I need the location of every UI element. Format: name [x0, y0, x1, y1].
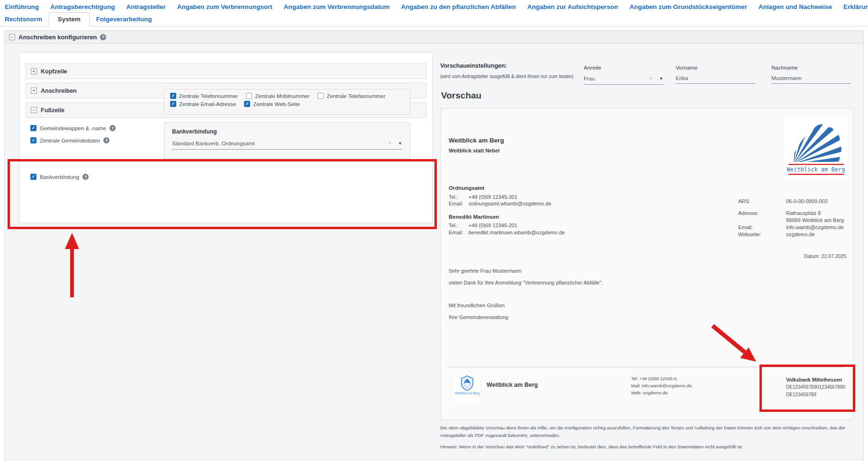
help-icon[interactable]: [109, 125, 116, 131]
ars-label: ARS:: [738, 198, 786, 205]
tab-einfuehrung[interactable]: Einführung: [5, 3, 39, 10]
nachname-label: Nachname: [771, 65, 851, 71]
bank-bic: DE123456789: [786, 391, 845, 399]
help-icon[interactable]: [100, 34, 106, 40]
info-email-label: Email:: [738, 224, 786, 231]
tab-row-2: Rechtsnorm System Folgeverarbeitung: [0, 12, 868, 27]
undefined-hint: Hinweis: Wenn in der Vorschau das Wort "…: [440, 443, 850, 451]
adresse-line1: Rathausplatz 8: [786, 210, 821, 217]
preview-disclaimer: Die oben abgebildete Vorschau dient Ihne…: [440, 424, 850, 439]
tab-system-active[interactable]: System: [49, 12, 90, 27]
adresse-label: Adresse:: [738, 210, 786, 217]
expand-icon[interactable]: [31, 68, 37, 74]
telefaxnummer-label: Zentrale Telefaxnummer: [326, 93, 385, 99]
vorname-input[interactable]: Erika: [676, 75, 755, 84]
person-tel: +49 (0)69 12345-201: [469, 222, 517, 229]
tab-bar: Einführung Antragsberechtigung Antragste…: [0, 0, 868, 27]
anrede-label: Anrede: [584, 65, 663, 71]
footer-logo-caption: Weitblick am Berg: [455, 392, 479, 395]
option-gemeindedaten: Zentrale Gemeindedaten: [30, 137, 109, 143]
footer-web: Web: ozgdemo.de: [631, 389, 693, 396]
letter-gemeinde-name: Weitblick am Berg: [449, 137, 504, 144]
nachname-input[interactable]: Mustermann: [771, 75, 851, 84]
tab-anlagen-nachweise[interactable]: Anlagen und Nachweise: [759, 3, 832, 10]
panel-title: Anschreiben konfigurieren: [18, 34, 97, 41]
webseite-value: ozgdemo.de: [786, 231, 815, 238]
email-label: Email:: [449, 200, 469, 207]
tab-folgeverarbeitung[interactable]: Folgeverarbeitung: [96, 16, 152, 23]
tab-antragsberechtigung[interactable]: Antragsberechtigung: [50, 3, 115, 10]
email-adresse-checkbox[interactable]: [170, 101, 176, 107]
tab-aufsichtsperson[interactable]: Angaben zur Aufsichtsperson: [527, 3, 618, 10]
web-seite-checkbox[interactable]: [244, 101, 250, 107]
accordion-anschreiben-label: Anschreiben: [41, 88, 77, 94]
anrede-field: Anrede Frau × ▼: [584, 65, 663, 85]
letter-contact-block: Ordnungsamt Tel.: +49 (0)69 12345-301 Em…: [449, 185, 565, 236]
chevron-down-icon[interactable]: ▼: [398, 141, 402, 146]
vorname-value: Erika: [676, 75, 755, 81]
tab-row-1: Einführung Antragsberechtigung Antragste…: [0, 0, 868, 12]
email-label: Email:: [449, 229, 469, 236]
letter-greeting: Sehr geehrte Frau Mustermann: [449, 268, 521, 274]
accordion-kopfzeile[interactable]: Kopfzeile: [26, 63, 426, 79]
preview-settings-subtitle: (wird vom Antragsteller ausgefüllt & die…: [440, 74, 573, 79]
panel-header[interactable]: Anschreiben konfigurieren: [5, 31, 863, 44]
collapse-icon[interactable]: [9, 34, 15, 40]
expand-icon[interactable]: [31, 88, 37, 94]
footer-bank-block: Volksbank Mittelhessen DE123456789012345…: [786, 376, 845, 399]
tab-verbrennungsdatum[interactable]: Angaben zum Verbrennungsdatum: [284, 3, 390, 10]
letter-footer-divider: [449, 367, 845, 367]
accordion-fusszeile-label: Fußzeile: [41, 107, 64, 114]
dept-email: ordnungsamt.wbamb@ozgdemo.de: [469, 200, 551, 207]
person-email: benedikt.martinsen.wbamb@ozgdemo.de: [469, 229, 565, 236]
anschreiben-panel: Anschreiben konfigurieren Kopfzeile Ansc…: [4, 30, 864, 460]
gemeindedaten-checkbox[interactable]: [30, 137, 36, 143]
page: { "tabs": { "row1": [ "Einführung", "Ant…: [0, 0, 868, 463]
person-name: Benedikt Martinsen: [449, 214, 565, 221]
clear-icon[interactable]: ×: [649, 75, 652, 82]
config-card: Kopfzeile Anschreiben Fußzeile Gemeindew…: [19, 53, 433, 223]
tab-verbrennungsort[interactable]: Angaben zum Verbrennungsort: [177, 3, 272, 10]
nachname-field: Nachname Mustermann: [771, 65, 851, 84]
webseite-label: Webseite:: [738, 231, 786, 238]
bankverbindung-select[interactable]: Standard Bankverb. Ordnungsamt × ▼: [172, 140, 402, 150]
help-icon[interactable]: [82, 174, 89, 180]
letter-preview: Weitblick am Berg Weitblick am Berg Weit…: [440, 108, 853, 420]
collapse-icon[interactable]: [31, 107, 37, 113]
telefonnummer-label: Zentrale Telefonnummer: [179, 93, 238, 99]
letter-signature: Ihre Gemeindeverwaltung: [449, 314, 508, 320]
footer-tel: Tel: +49 (0)69 12345-0,: [631, 375, 693, 382]
tab-antragsteller[interactable]: Antragsteller: [127, 3, 166, 10]
subpanel-options: Zentrale Telefonnummer Zentrale Mobilnum…: [170, 93, 398, 107]
mobilnummer-checkbox[interactable]: [246, 93, 252, 99]
tab-erklaerung[interactable]: Erklärung: [843, 3, 868, 10]
letter-info-block: ARS: 06-0-00-0000-002 Adresse: Rathauspl…: [738, 198, 844, 238]
option-gemeindewappen: Gemeindewappen & -name: [30, 125, 116, 131]
option-mobilnummer: Zentrale Mobilnummer: [246, 93, 309, 99]
preview-settings-title: Vorschaueinstellungen:: [440, 62, 507, 69]
tab-pflanzliche-abfaelle[interactable]: Angaben zu den pflanzlichen Abfällen: [401, 3, 516, 10]
anrede-value: Frau: [584, 76, 649, 81]
bankverbindung-select-value: Standard Bankverb. Ordnungsamt: [172, 141, 388, 146]
anrede-select[interactable]: Frau × ▼: [584, 75, 663, 85]
option-bankverbindung: Bankverbindung: [30, 174, 89, 180]
option-web-seite: Zentrale Web-Seite: [244, 101, 300, 107]
help-icon[interactable]: [103, 137, 109, 143]
gemeindewappen-checkbox[interactable]: [30, 125, 36, 131]
nachname-value: Mustermann: [771, 75, 851, 81]
gemeindedaten-subpanel: Zentrale Telefonnummer Zentrale Mobilnum…: [164, 89, 410, 115]
email-adresse-label: Zentrale Email-Adresse: [179, 101, 236, 107]
tab-rechtsnorm[interactable]: Rechtsnorm: [5, 16, 42, 23]
tel-label: Tel.:: [449, 222, 469, 229]
footer-gemeinde-name: Weitblick am Berg: [487, 382, 538, 388]
letter-closing: Mit freundlichen Grüßen: [449, 303, 505, 308]
letter-gemeinde-motto: Weitblick statt Nebel: [449, 148, 499, 153]
bankverbindung-checkbox[interactable]: [30, 174, 36, 180]
chevron-down-icon[interactable]: ▼: [659, 76, 663, 81]
telefonnummer-checkbox[interactable]: [170, 93, 176, 99]
tab-grundstueckseigentuemer[interactable]: Angaben zum Grundstückseigentümer: [629, 3, 747, 10]
option-telefaxnummer: Zentrale Telefaxnummer: [317, 93, 385, 99]
telefaxnummer-checkbox[interactable]: [317, 93, 324, 99]
svg-text:Weitblick am Berg: Weitblick am Berg: [787, 166, 845, 173]
clear-icon[interactable]: ×: [388, 140, 391, 147]
